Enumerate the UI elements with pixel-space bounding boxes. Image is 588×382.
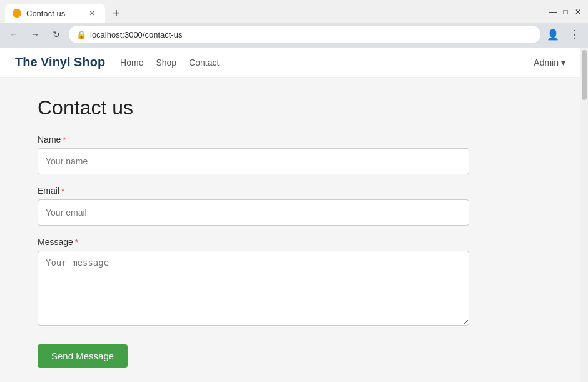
address-text: localhost:3000/contact-us (90, 30, 182, 39)
email-input[interactable] (38, 199, 469, 226)
email-field-group: Email * (38, 186, 543, 226)
nav-contact[interactable]: Contact (189, 58, 219, 68)
message-label: Message * (38, 237, 543, 247)
forward-button[interactable]: → (26, 26, 44, 43)
navbar-brand[interactable]: The Vinyl Shop (15, 55, 105, 69)
nav-home[interactable]: Home (120, 58, 143, 68)
tab-close-button[interactable]: × (86, 8, 98, 19)
name-input[interactable] (38, 148, 469, 174)
profile-button[interactable]: 👤 (544, 26, 562, 43)
name-required-star: * (63, 135, 66, 144)
refresh-button[interactable]: ↻ (48, 26, 65, 43)
nav-shop[interactable]: Shop (156, 58, 176, 68)
message-textarea[interactable] (38, 251, 469, 326)
address-bar[interactable]: 🔒 localhost:3000/contact-us (69, 26, 540, 43)
new-tab-button[interactable]: + (108, 4, 125, 22)
page-title: Contact us (38, 96, 543, 119)
chevron-down-icon: ▾ (561, 58, 565, 68)
email-label: Email * (38, 186, 543, 196)
main-content: Contact us Name * Email * Me (0, 78, 580, 382)
page-wrapper: The Vinyl Shop Home Shop Contact Admin ▾… (0, 48, 588, 382)
tab-title: Contact us (26, 9, 81, 18)
lock-icon: 🔒 (76, 30, 86, 39)
scrollbar-track[interactable] (580, 48, 588, 382)
close-button[interactable]: ✕ (573, 7, 583, 17)
browser-menu-button[interactable]: ⋮ (565, 26, 583, 43)
tab-bar: Contact us × + (5, 4, 125, 23)
message-field-group: Message * (38, 237, 543, 328)
scrollbar-thumb[interactable] (582, 50, 587, 100)
navbar-links: Home Shop Contact (120, 58, 219, 68)
title-bar: Contact us × + — □ ✕ (0, 0, 588, 23)
address-bar-row: ← → ↻ 🔒 localhost:3000/contact-us 👤 ⋮ (0, 23, 588, 48)
admin-label: Admin (534, 58, 559, 68)
active-tab[interactable]: Contact us × (5, 4, 105, 23)
browser-chrome: Contact us × + — □ ✕ ← → ↻ 🔒 localhost:3… (0, 0, 588, 48)
admin-menu[interactable]: Admin ▾ (534, 58, 565, 68)
maximize-button[interactable]: □ (560, 7, 570, 17)
name-label: Name * (38, 134, 543, 144)
tab-favicon (13, 9, 21, 18)
minimize-button[interactable]: — (548, 7, 558, 17)
back-button[interactable]: ← (5, 26, 23, 43)
window-controls: — □ ✕ (548, 7, 583, 19)
email-required-star: * (61, 186, 64, 196)
name-field-group: Name * (38, 134, 543, 174)
page-content: The Vinyl Shop Home Shop Contact Admin ▾… (0, 48, 580, 382)
send-message-button[interactable]: Send Message (38, 344, 128, 368)
message-required-star: * (75, 238, 78, 247)
navbar: The Vinyl Shop Home Shop Contact Admin ▾ (0, 48, 580, 78)
